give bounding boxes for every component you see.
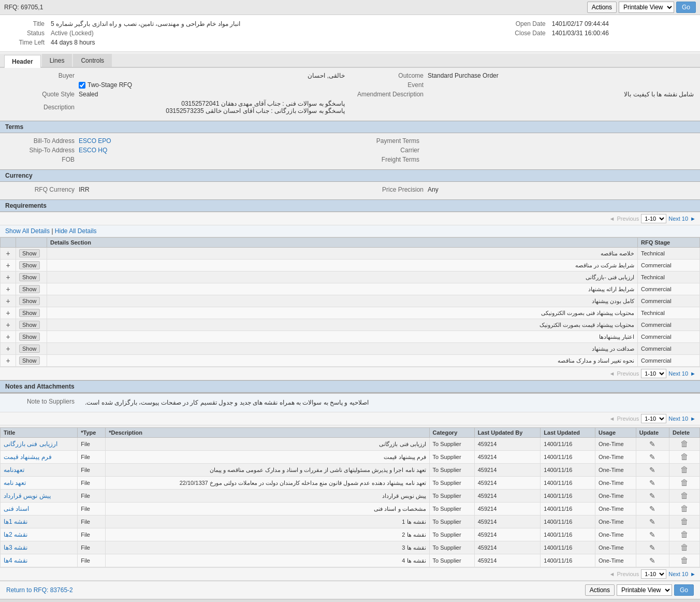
ship-to-value[interactable]: ESCO HQ	[79, 147, 107, 154]
att-title-link[interactable]: اسناد فنی	[4, 505, 29, 512]
two-stage-checkbox[interactable]	[79, 82, 85, 89]
freight-terms-label: Freight Terms	[351, 156, 424, 163]
delete-icon[interactable]: 🗑	[680, 504, 689, 513]
return-link[interactable]: Return to RFQ: 83765-2	[6, 586, 73, 594]
go-button[interactable]: Go	[676, 2, 696, 13]
edit-icon[interactable]: ✎	[649, 556, 655, 565]
att-next-label-top[interactable]: Next 10	[668, 415, 688, 422]
expand-icon[interactable]: +	[6, 297, 10, 305]
delete-icon[interactable]: 🗑	[680, 530, 689, 539]
top-bar: RFQ: 69705,1 Actions Printable View Go	[0, 0, 700, 15]
expand-icon[interactable]: +	[6, 321, 10, 329]
req-next-icon-bottom[interactable]: ►	[690, 370, 696, 377]
req-page-select-bottom[interactable]: 1-10	[641, 369, 666, 378]
att-next-icon-bottom[interactable]: ►	[690, 571, 696, 577]
edit-icon[interactable]: ✎	[649, 492, 655, 500]
edit-icon[interactable]: ✎	[649, 518, 655, 526]
show-button[interactable]: Show	[19, 273, 40, 281]
bottom-actions-button[interactable]: Actions	[585, 584, 615, 596]
currency-section: Currency RFQ Currency IRR Price Precisio…	[0, 169, 700, 199]
att-updated: 1400/11/16	[541, 554, 595, 567]
show-button[interactable]: Show	[19, 345, 40, 353]
req-next-label-top[interactable]: Next 10	[668, 216, 688, 222]
show-button[interactable]: Show	[19, 309, 40, 317]
actions-button[interactable]: Actions	[587, 2, 617, 13]
att-title-link[interactable]: فرم پیشنهاد قیمت	[4, 453, 52, 461]
two-stage-label: Two-Stage RFQ	[79, 81, 345, 89]
req-page-select-top[interactable]: 1-10	[641, 214, 666, 223]
edit-icon[interactable]: ✎	[649, 453, 655, 461]
delete-icon[interactable]: 🗑	[680, 491, 689, 500]
delete-icon[interactable]: 🗑	[680, 543, 689, 552]
att-next-icon-top[interactable]: ►	[690, 415, 696, 422]
hide-all-link[interactable]: Hide All Details	[55, 227, 97, 235]
printable-view-select[interactable]: Printable View	[619, 2, 674, 13]
notes-section-header: Notes and Attachments	[0, 380, 700, 393]
att-title-link[interactable]: پیش نویس قرارداد	[4, 492, 51, 499]
table-row: + Show کامل بودن پیشنهاد Commercial	[1, 295, 700, 307]
bottom-printable-select[interactable]: Printable View	[617, 584, 672, 596]
bottom-go-button[interactable]: Go	[674, 584, 694, 596]
expand-icon[interactable]: +	[6, 261, 10, 269]
show-button[interactable]: Show	[19, 249, 40, 257]
req-next-icon-top[interactable]: ►	[690, 216, 696, 222]
show-button[interactable]: Show	[19, 356, 40, 365]
record-header: Title طراحی و مهندسی، تامین، نصب و راه ا…	[0, 15, 700, 52]
att-prev-label-top[interactable]: Previous	[617, 415, 639, 422]
att-title-link[interactable]: نقشه 1ها	[4, 518, 27, 525]
att-page-select-bottom[interactable]: 1-10	[641, 569, 666, 579]
att-title-link[interactable]: نقشه 2ها	[4, 531, 27, 538]
req-name: صداقت در پیشنهاد	[47, 343, 638, 355]
edit-icon[interactable]: ✎	[649, 543, 655, 552]
bill-to-value[interactable]: ESCO EPO	[79, 137, 111, 145]
delete-icon[interactable]: 🗑	[680, 439, 689, 448]
show-button[interactable]: Show	[19, 261, 40, 269]
edit-icon[interactable]: ✎	[649, 466, 655, 474]
show-button[interactable]: Show	[19, 297, 40, 305]
req-prev-icon-top: ◄	[609, 216, 615, 222]
expand-icon[interactable]: +	[6, 333, 10, 341]
show-button[interactable]: Show	[19, 285, 40, 293]
show-button[interactable]: Show	[19, 321, 40, 329]
req-prev-label-top[interactable]: Previous	[617, 216, 639, 222]
expand-icon[interactable]: +	[6, 273, 10, 281]
att-title-link[interactable]: تعهد نامه	[4, 479, 26, 486]
req-next-label-bottom[interactable]: Next 10	[668, 370, 688, 377]
edit-icon[interactable]: ✎	[649, 531, 655, 539]
delete-icon[interactable]: 🗑	[680, 517, 689, 526]
att-title-link[interactable]: تعهدنامه	[4, 466, 24, 474]
delete-icon[interactable]: 🗑	[680, 465, 689, 474]
tab-lines[interactable]: Lines	[42, 54, 72, 67]
title-label: Title	[6, 19, 48, 28]
req-prev-label-bottom[interactable]: Previous	[617, 370, 639, 377]
show-all-link[interactable]: Show All Details	[5, 227, 50, 235]
edit-icon[interactable]: ✎	[649, 505, 655, 513]
att-page-select-top[interactable]: 1-10	[641, 414, 666, 423]
delete-icon[interactable]: 🗑	[680, 452, 689, 461]
att-next-label-bottom[interactable]: Next 10	[668, 571, 688, 577]
att-title-link[interactable]: نقشه 3ها	[4, 544, 27, 551]
att-updated: 1400/11/16	[541, 464, 595, 477]
ship-to-row: Ship-To Address ESCO HQ	[6, 147, 349, 154]
footer: Home - Logout - Help	[0, 599, 700, 602]
tab-header[interactable]: Header	[4, 55, 41, 68]
show-button[interactable]: Show	[19, 333, 40, 341]
table-row: فرم پیشنهاد قیمت File فرم پیشنهاد قیمت T…	[1, 451, 700, 464]
expand-icon[interactable]: +	[6, 345, 10, 353]
expand-icon[interactable]: +	[6, 309, 10, 317]
tab-controls[interactable]: Controls	[73, 54, 112, 67]
table-row: نقشه 1ها File نقشه ها 1 To Supplier 4592…	[1, 515, 700, 528]
att-updated-by: 459214	[474, 515, 541, 528]
delete-icon[interactable]: 🗑	[680, 478, 689, 487]
edit-icon[interactable]: ✎	[649, 440, 655, 448]
req-stage: Commercial	[638, 355, 700, 367]
att-title-link[interactable]: نقشه 4ها	[4, 557, 27, 564]
delete-icon[interactable]: 🗑	[680, 556, 689, 565]
att-prev-label-bottom[interactable]: Previous	[617, 571, 639, 577]
edit-icon[interactable]: ✎	[649, 479, 655, 487]
expand-icon[interactable]: +	[6, 356, 10, 365]
att-title-link[interactable]: ارزیابی فنی بازرگانی	[4, 440, 57, 448]
expand-icon[interactable]: +	[6, 249, 10, 257]
expand-icon[interactable]: +	[6, 285, 10, 293]
att-description: نقشه ها 3	[106, 541, 429, 554]
